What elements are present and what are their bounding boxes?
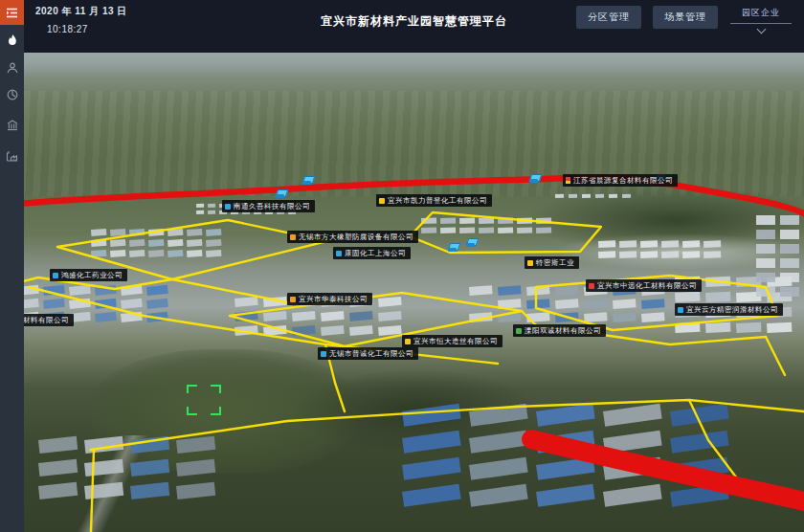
flame-icon[interactable] xyxy=(0,32,24,51)
poi-label-text: 宜兴市华泰科技公司 xyxy=(299,295,368,304)
marker-side xyxy=(448,248,458,252)
bank-icon[interactable] xyxy=(0,116,24,135)
date-text: 2020 年 11 月 13 日 xyxy=(35,7,127,16)
poi-label-text: 康固化工上海公司 xyxy=(345,249,406,258)
poi-label-text: 无锡市普诚化工有限公司 xyxy=(329,349,413,359)
map-marker-icon[interactable] xyxy=(466,238,478,248)
road-line xyxy=(766,337,785,375)
person-icon[interactable] xyxy=(0,58,24,78)
poi-icon xyxy=(405,339,411,344)
poi-label-text: 溧阳双诚材料有限公司 xyxy=(525,326,601,336)
flag-icon xyxy=(566,177,570,184)
map-poi-label[interactable]: 康固化工上海公司 xyxy=(333,247,411,259)
poi-icon xyxy=(336,251,342,256)
map-poi-label[interactable]: 鸿盛化工药业公司 xyxy=(50,269,127,281)
poi-icon xyxy=(379,198,385,204)
poi-label-text: 鸿盛化工药业公司 xyxy=(61,271,123,280)
map-marker-icon[interactable] xyxy=(302,176,314,186)
poi-label-text: 宜兴市凯力普登化工有限公司 xyxy=(388,196,487,206)
poi-label-text: 宜兴市恒大造丝有限公司 xyxy=(413,337,498,346)
datetime: 2020 年 11 月 13 日 10:18:27 xyxy=(35,7,127,34)
poi-icon xyxy=(321,351,326,357)
poi-label-text: 无锡市方大橡塑防腐设备有限公司 xyxy=(299,233,413,242)
poi-icon xyxy=(589,283,594,289)
park-enterprise-dropdown[interactable]: 园区企业 xyxy=(729,6,793,33)
marker-side xyxy=(466,243,476,247)
map-poi-label[interactable]: 特密斯工业 xyxy=(525,256,579,269)
poi-icon xyxy=(53,273,58,278)
marker-side xyxy=(529,179,539,183)
poi-label-text: 特密斯工业 xyxy=(536,258,574,268)
poi-icon xyxy=(527,260,533,266)
chevron-down-icon xyxy=(756,25,766,34)
poi-icon xyxy=(516,328,522,334)
map-poi-label[interactable]: 江苏省晨源复合材料有限公司 xyxy=(563,174,678,187)
map-marker-icon[interactable] xyxy=(448,243,459,253)
map-marker-icon[interactable] xyxy=(529,174,541,184)
poi-icon xyxy=(225,204,231,210)
time-text: 10:18:27 xyxy=(47,25,127,34)
zone-manage-button[interactable]: 分区管理 xyxy=(576,6,641,29)
map-poi-label[interactable]: 宜兴市恒大造丝有限公司 xyxy=(402,335,502,347)
map-poi-label[interactable]: 无锡市方大橡塑防腐设备有限公司 xyxy=(287,231,418,243)
sidebar xyxy=(0,0,24,532)
top-header: 2020 年 11 月 13 日 10:18:27 宜兴市新材料产业园智慧管理平… xyxy=(24,0,804,53)
poi-label-text: 宜兴市中远化工材料有限公司 xyxy=(597,281,697,291)
map-poi-label[interactable]: 宜兴云方精密润滑材料公司 xyxy=(675,303,783,316)
poi-label-text: 宜兴凯欣材料有限公司 xyxy=(24,316,69,325)
factory-icon[interactable] xyxy=(0,146,24,166)
poi-label-text: 宜兴云方精密润滑材料公司 xyxy=(686,305,778,315)
marker-side xyxy=(276,194,285,198)
map-overlay xyxy=(24,53,804,532)
map-marker-icon[interactable] xyxy=(276,189,287,199)
marker-side xyxy=(302,181,312,185)
poi-label-text: 南通久吾科技有限公司 xyxy=(234,202,310,211)
map-poi-label[interactable]: 溧阳双诚材料有限公司 xyxy=(513,324,606,337)
poi-icon xyxy=(290,297,296,302)
dropdown-label: 园区企业 xyxy=(742,7,780,19)
header-actions: 分区管理 场景管理 园区企业 xyxy=(576,6,793,33)
map-poi-label[interactable]: 宜兴市华泰科技公司 xyxy=(287,293,372,305)
selection-box xyxy=(188,386,220,414)
scene-manage-button[interactable]: 场景管理 xyxy=(653,6,718,29)
page-title: 宜兴市新材料产业园智慧管理平台 xyxy=(321,13,507,30)
app-root: 2020 年 11 月 13 日 10:18:27 宜兴市新材料产业园智慧管理平… xyxy=(0,0,804,532)
map-poi-label[interactable]: 宜兴凯欣材料有限公司 xyxy=(24,314,74,326)
map-poi-label[interactable]: 南通久吾科技有限公司 xyxy=(222,200,315,212)
road-line xyxy=(91,450,94,532)
menu-icon[interactable] xyxy=(0,0,24,25)
poi-icon xyxy=(290,234,296,240)
road-line xyxy=(172,279,297,304)
power-icon[interactable] xyxy=(0,85,24,104)
poi-label-text: 江苏省晨源复合材料有限公司 xyxy=(573,176,673,186)
map-poi-label[interactable]: 宜兴市中远化工材料有限公司 xyxy=(586,279,702,292)
map-poi-label[interactable]: 无锡市普诚化工有限公司 xyxy=(318,347,418,360)
poi-icon xyxy=(678,307,683,313)
map-viewport[interactable]: 南通久吾科技有限公司宜兴市凯力普登化工有限公司江苏省晨源复合材料有限公司无锡市方… xyxy=(24,53,804,532)
map-poi-label[interactable]: 宜兴市凯力普登化工有限公司 xyxy=(376,194,492,207)
